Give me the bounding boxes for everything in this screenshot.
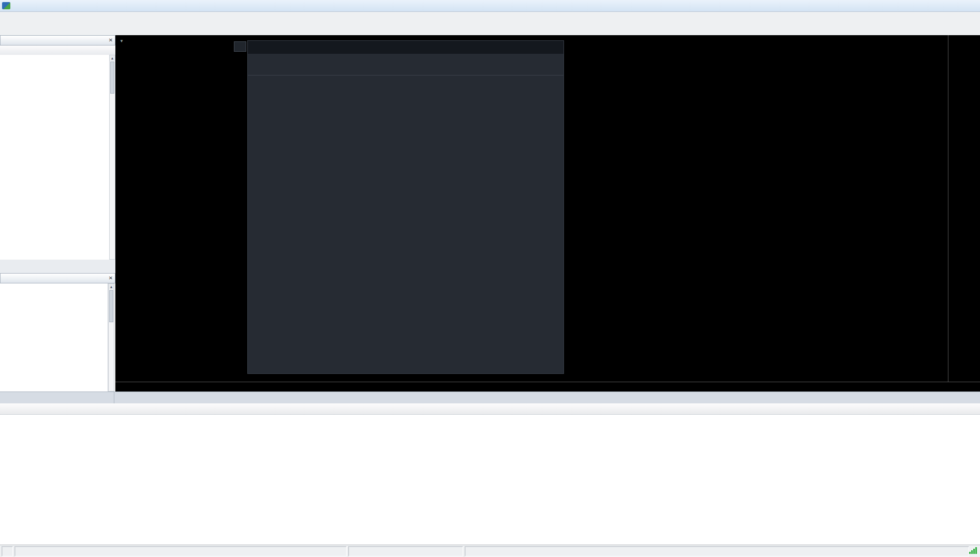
navigator-panel-title: ✕ [0, 273, 115, 283]
time-axis[interactable] [115, 382, 980, 392]
balance-total [348, 546, 463, 556]
stats-tabs [248, 54, 563, 65]
scroll-thumb[interactable] [110, 62, 114, 94]
navigator-tree [0, 283, 108, 392]
toolbar-charts [0, 24, 980, 36]
stats-total-row [248, 75, 563, 85]
market-watch-list [0, 55, 109, 260]
status-spacer [14, 546, 347, 556]
navigator-tab-strip [0, 392, 114, 404]
market-watch-panel-title: ✕ [0, 35, 115, 46]
bottom-tab-band [0, 392, 980, 404]
market-watch-tabs [0, 260, 115, 274]
stats-minimize-button[interactable] [234, 41, 246, 52]
connection-bars-icon [969, 547, 977, 554]
price-axis[interactable] [948, 35, 980, 382]
mt4-terminal: { "title_bar": { "menus": ["文件(F)", "显示(… [0, 0, 980, 557]
status-bar [0, 545, 980, 557]
market-watch-header [0, 46, 115, 55]
stats-table-header [248, 65, 563, 73]
status-spacer [465, 546, 969, 556]
account-summary [2, 546, 13, 556]
market-watch-scrollbar[interactable]: ▲ [109, 55, 115, 260]
toolbar-main [0, 12, 980, 24]
close-icon[interactable]: ✕ [107, 274, 115, 283]
orders-header [0, 403, 980, 415]
app-logo-icon [2, 2, 10, 9]
chevron-down-icon[interactable]: ▼ [120, 39, 124, 43]
orders-panel [0, 403, 980, 545]
stats-window-title [248, 41, 563, 54]
close-icon[interactable]: ✕ [107, 36, 115, 45]
title-bar [0, 0, 980, 12]
scroll-up-icon[interactable]: ▲ [110, 55, 115, 61]
scroll-thumb[interactable] [109, 290, 113, 322]
stats-window [247, 40, 564, 374]
scroll-up-icon[interactable]: ▲ [109, 284, 114, 290]
navigator-scrollbar[interactable]: ▲ [108, 283, 114, 392]
chart-ohlc-title: ▼ [120, 37, 126, 43]
